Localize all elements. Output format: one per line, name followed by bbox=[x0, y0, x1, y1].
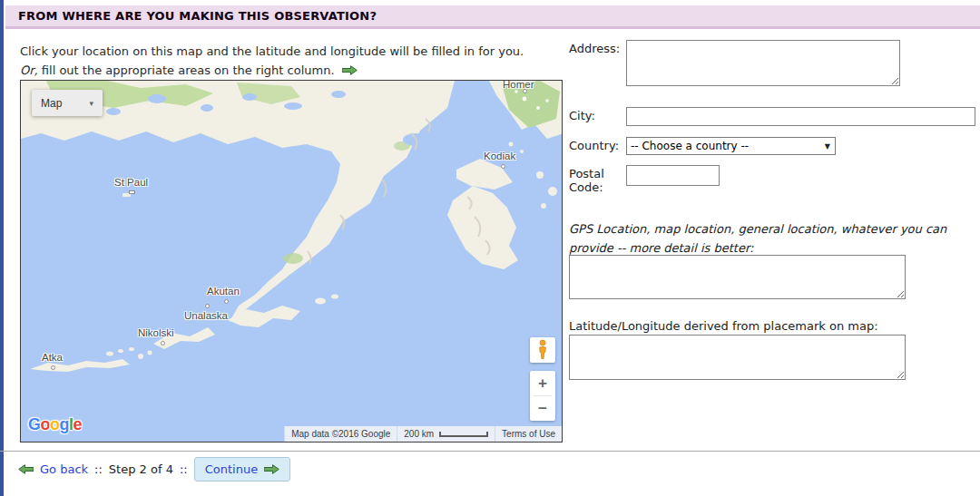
google-logo-letter: o bbox=[41, 415, 51, 433]
terms-of-use-link[interactable]: Terms of Use bbox=[495, 426, 562, 442]
latlon-field[interactable] bbox=[569, 335, 906, 380]
zoom-out-button[interactable]: − bbox=[530, 396, 555, 421]
step-indicator: Step 2 of 4 bbox=[109, 462, 173, 476]
pegman-icon bbox=[535, 339, 550, 361]
instructions-or: Or, bbox=[20, 63, 38, 77]
map-place-marker bbox=[129, 190, 135, 194]
map-zoom-control: + − bbox=[530, 371, 555, 421]
map-place-marker bbox=[501, 164, 505, 169]
page-title: FROM WHERE ARE YOU MAKING THIS OBSERVATI… bbox=[5, 9, 377, 23]
map-place-label: St Paul bbox=[114, 177, 148, 188]
instructions-line1: Click your location on this map and the … bbox=[20, 42, 524, 61]
map-scale: 200 km bbox=[397, 426, 495, 442]
gps-location-field[interactable] bbox=[569, 255, 906, 299]
google-logo-letter: e bbox=[74, 415, 83, 433]
map-place-label: Unalaska bbox=[184, 310, 228, 321]
map-scale-bar bbox=[439, 432, 488, 437]
go-back-link[interactable]: Go back bbox=[40, 462, 88, 476]
postal-code-field[interactable] bbox=[626, 165, 720, 186]
address-field[interactable] bbox=[626, 40, 900, 86]
continue-button-label: Continue bbox=[205, 462, 258, 476]
instructions-line2: Or, fill out the appropriate areas on th… bbox=[20, 61, 524, 80]
gps-location-label: GPS Location, map location, general loca… bbox=[569, 219, 973, 258]
step-separator: :: bbox=[180, 462, 188, 476]
map-place-marker bbox=[224, 299, 229, 304]
map-place-label: Nikolski bbox=[138, 327, 174, 338]
map-canvas[interactable]: Homer St Paul Kodiak Akutan Unalaska Nik… bbox=[21, 81, 562, 442]
country-label: Country: bbox=[569, 137, 626, 155]
map-terrain-graphic bbox=[21, 81, 563, 443]
map-scale-label: 200 km bbox=[404, 429, 434, 439]
footer-divider bbox=[0, 451, 980, 452]
chevron-down-icon: ▾ bbox=[89, 99, 93, 108]
green-arrow-right-icon bbox=[264, 464, 279, 474]
zoom-in-button[interactable]: + bbox=[530, 371, 555, 395]
map-type-label: Map bbox=[41, 97, 62, 110]
map-widget: Homer St Paul Kodiak Akutan Unalaska Nik… bbox=[20, 80, 563, 443]
step-separator: :: bbox=[94, 462, 103, 476]
map-place-label: Atka bbox=[42, 352, 63, 363]
green-arrow-left-icon bbox=[18, 464, 34, 474]
city-label: City: bbox=[569, 107, 626, 126]
country-select[interactable]: -- Choose a country -- bbox=[626, 137, 836, 155]
green-arrow-right-icon bbox=[342, 65, 358, 75]
google-logo-letter: G bbox=[28, 415, 41, 433]
page-left-border bbox=[0, 0, 4, 496]
map-data-attribution: Map data ©2016 Google bbox=[284, 426, 397, 442]
map-place-marker bbox=[523, 89, 527, 93]
latlon-label: Latitude/Longitude derived from placemar… bbox=[569, 319, 973, 333]
instructions: Click your location on this map and the … bbox=[20, 42, 524, 80]
map-place-label: Kodiak bbox=[484, 151, 515, 161]
city-field[interactable] bbox=[626, 107, 975, 126]
address-label: Address: bbox=[569, 40, 626, 86]
map-place-label: Akutan bbox=[207, 286, 240, 297]
postal-label-line1: Postal bbox=[569, 167, 604, 180]
google-logo[interactable]: Google bbox=[28, 415, 82, 434]
map-place-marker bbox=[205, 304, 210, 308]
map-place-marker bbox=[161, 341, 165, 345]
section-header: FROM WHERE ARE YOU MAKING THIS OBSERVATI… bbox=[5, 5, 980, 29]
postal-label-line2: Code: bbox=[569, 180, 603, 194]
wizard-navigation: Go back :: Step 2 of 4 :: Continue bbox=[18, 457, 290, 481]
postal-code-label: Postal Code: bbox=[569, 165, 626, 194]
map-place-label: Homer bbox=[503, 80, 534, 90]
google-logo-letter: g bbox=[60, 415, 70, 433]
map-place-marker bbox=[51, 365, 55, 370]
instructions-line2-rest: fill out the appropriate areas on the ri… bbox=[38, 63, 335, 77]
google-logo-letter: o bbox=[50, 415, 60, 433]
continue-button[interactable]: Continue bbox=[194, 457, 290, 481]
map-type-button[interactable]: Map ▾ bbox=[32, 90, 103, 116]
pegman-streetview-button[interactable] bbox=[530, 337, 555, 363]
map-attribution-bar: Map data ©2016 Google 200 km Terms of Us… bbox=[284, 426, 562, 442]
